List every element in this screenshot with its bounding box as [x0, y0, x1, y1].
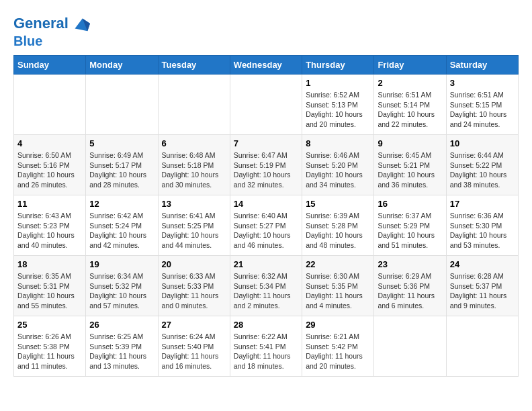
cell-info: Sunrise: 6:47 AM Sunset: 5:19 PM Dayligh…: [234, 150, 298, 190]
header: General Blue: [13, 13, 519, 48]
day-number: 19: [89, 259, 154, 269]
calendar-cell: 20Sunrise: 6:33 AM Sunset: 5:33 PM Dayli…: [158, 256, 230, 316]
calendar-cell: [374, 316, 446, 377]
cell-info: Sunrise: 6:52 AM Sunset: 5:13 PM Dayligh…: [306, 90, 370, 130]
calendar-cell: 19Sunrise: 6:34 AM Sunset: 5:32 PM Dayli…: [86, 256, 158, 316]
calendar-table: SundayMondayTuesdayWednesdayThursdayFrid…: [13, 55, 519, 377]
logo: General Blue: [13, 13, 90, 48]
day-number: 17: [450, 199, 515, 209]
cell-info: Sunrise: 6:48 AM Sunset: 5:18 PM Dayligh…: [162, 150, 226, 190]
day-number: 13: [162, 199, 226, 209]
day-number: 6: [162, 138, 226, 148]
day-header-thursday: Thursday: [302, 56, 374, 75]
day-number: 14: [234, 199, 298, 209]
day-number: 1: [306, 78, 370, 88]
cell-info: Sunrise: 6:40 AM Sunset: 5:27 PM Dayligh…: [234, 211, 298, 250]
calendar-cell: 23Sunrise: 6:29 AM Sunset: 5:36 PM Dayli…: [374, 256, 446, 316]
calendar-cell: [158, 75, 230, 135]
day-number: 12: [89, 199, 154, 209]
day-number: 25: [17, 320, 82, 330]
cell-info: Sunrise: 6:35 AM Sunset: 5:31 PM Dayligh…: [17, 271, 82, 311]
day-header-tuesday: Tuesday: [158, 56, 230, 75]
cell-info: Sunrise: 6:24 AM Sunset: 5:40 PM Dayligh…: [162, 332, 226, 371]
cell-info: Sunrise: 6:42 AM Sunset: 5:24 PM Dayligh…: [89, 211, 154, 250]
calendar-cell: 12Sunrise: 6:42 AM Sunset: 5:24 PM Dayli…: [86, 195, 158, 256]
calendar-cell: 10Sunrise: 6:44 AM Sunset: 5:22 PM Dayli…: [446, 135, 518, 195]
cell-info: Sunrise: 6:46 AM Sunset: 5:20 PM Dayligh…: [306, 150, 370, 190]
calendar-cell: [230, 75, 302, 135]
day-number: 24: [450, 259, 515, 269]
calendar-cell: 18Sunrise: 6:35 AM Sunset: 5:31 PM Dayli…: [14, 256, 86, 316]
calendar-cell: 22Sunrise: 6:30 AM Sunset: 5:35 PM Dayli…: [302, 256, 374, 316]
calendar-cell: 3Sunrise: 6:51 AM Sunset: 5:15 PM Daylig…: [446, 75, 518, 135]
cell-info: Sunrise: 6:39 AM Sunset: 5:28 PM Dayligh…: [306, 211, 370, 250]
day-number: 20: [162, 259, 226, 269]
day-number: 4: [17, 138, 82, 148]
day-number: 3: [450, 78, 515, 88]
calendar-header: SundayMondayTuesdayWednesdayThursdayFrid…: [14, 56, 519, 75]
day-number: 18: [17, 259, 82, 269]
cell-info: Sunrise: 6:34 AM Sunset: 5:32 PM Dayligh…: [89, 271, 154, 311]
day-header-friday: Friday: [374, 56, 446, 75]
day-number: 26: [89, 320, 154, 330]
day-number: 11: [17, 199, 82, 209]
calendar-cell: 14Sunrise: 6:40 AM Sunset: 5:27 PM Dayli…: [230, 195, 302, 256]
day-number: 9: [378, 138, 442, 148]
day-number: 10: [450, 138, 515, 148]
week-row-4: 18Sunrise: 6:35 AM Sunset: 5:31 PM Dayli…: [14, 256, 519, 316]
cell-info: Sunrise: 6:26 AM Sunset: 5:38 PM Dayligh…: [17, 332, 82, 371]
cell-info: Sunrise: 6:44 AM Sunset: 5:22 PM Dayligh…: [450, 150, 515, 190]
cell-info: Sunrise: 6:43 AM Sunset: 5:23 PM Dayligh…: [17, 211, 82, 250]
header-row: SundayMondayTuesdayWednesdayThursdayFrid…: [14, 56, 519, 75]
calendar-cell: 24Sunrise: 6:28 AM Sunset: 5:37 PM Dayli…: [446, 256, 518, 316]
day-number: 15: [306, 199, 370, 209]
calendar-cell: 5Sunrise: 6:49 AM Sunset: 5:17 PM Daylig…: [86, 135, 158, 195]
cell-info: Sunrise: 6:37 AM Sunset: 5:29 PM Dayligh…: [378, 211, 442, 250]
calendar-cell: 11Sunrise: 6:43 AM Sunset: 5:23 PM Dayli…: [14, 195, 86, 256]
day-number: 23: [378, 259, 442, 269]
calendar-cell: 6Sunrise: 6:48 AM Sunset: 5:18 PM Daylig…: [158, 135, 230, 195]
cell-info: Sunrise: 6:22 AM Sunset: 5:41 PM Dayligh…: [234, 332, 298, 371]
day-number: 28: [234, 320, 298, 330]
day-header-sunday: Sunday: [14, 56, 86, 75]
day-number: 8: [306, 138, 370, 148]
cell-info: Sunrise: 6:51 AM Sunset: 5:15 PM Dayligh…: [450, 90, 515, 130]
logo-text: General: [13, 15, 69, 32]
calendar-cell: [86, 75, 158, 135]
calendar-cell: 28Sunrise: 6:22 AM Sunset: 5:41 PM Dayli…: [230, 316, 302, 377]
day-number: 7: [234, 138, 298, 148]
calendar-cell: 7Sunrise: 6:47 AM Sunset: 5:19 PM Daylig…: [230, 135, 302, 195]
calendar-cell: 26Sunrise: 6:25 AM Sunset: 5:39 PM Dayli…: [86, 316, 158, 377]
cell-info: Sunrise: 6:30 AM Sunset: 5:35 PM Dayligh…: [306, 271, 370, 311]
logo-icon: [70, 13, 90, 34]
cell-info: Sunrise: 6:29 AM Sunset: 5:36 PM Dayligh…: [378, 271, 442, 311]
cell-info: Sunrise: 6:28 AM Sunset: 5:37 PM Dayligh…: [450, 271, 515, 311]
week-row-2: 4Sunrise: 6:50 AM Sunset: 5:16 PM Daylig…: [14, 135, 519, 195]
calendar-cell: 8Sunrise: 6:46 AM Sunset: 5:20 PM Daylig…: [302, 135, 374, 195]
calendar-body: 1Sunrise: 6:52 AM Sunset: 5:13 PM Daylig…: [14, 75, 519, 377]
calendar-cell: 15Sunrise: 6:39 AM Sunset: 5:28 PM Dayli…: [302, 195, 374, 256]
calendar-cell: 21Sunrise: 6:32 AM Sunset: 5:34 PM Dayli…: [230, 256, 302, 316]
calendar-cell: [446, 316, 518, 377]
cell-info: Sunrise: 6:41 AM Sunset: 5:25 PM Dayligh…: [162, 211, 226, 250]
logo-text-blue: Blue: [13, 34, 90, 48]
day-header-wednesday: Wednesday: [230, 56, 302, 75]
day-header-monday: Monday: [86, 56, 158, 75]
calendar-cell: 17Sunrise: 6:36 AM Sunset: 5:30 PM Dayli…: [446, 195, 518, 256]
calendar-cell: 13Sunrise: 6:41 AM Sunset: 5:25 PM Dayli…: [158, 195, 230, 256]
calendar-cell: 16Sunrise: 6:37 AM Sunset: 5:29 PM Dayli…: [374, 195, 446, 256]
week-row-1: 1Sunrise: 6:52 AM Sunset: 5:13 PM Daylig…: [14, 75, 519, 135]
day-header-saturday: Saturday: [446, 56, 518, 75]
cell-info: Sunrise: 6:36 AM Sunset: 5:30 PM Dayligh…: [450, 211, 515, 250]
day-number: 27: [162, 320, 226, 330]
cell-info: Sunrise: 6:50 AM Sunset: 5:16 PM Dayligh…: [17, 150, 82, 190]
cell-info: Sunrise: 6:33 AM Sunset: 5:33 PM Dayligh…: [162, 271, 226, 311]
calendar-cell: 4Sunrise: 6:50 AM Sunset: 5:16 PM Daylig…: [14, 135, 86, 195]
calendar-cell: 2Sunrise: 6:51 AM Sunset: 5:14 PM Daylig…: [374, 75, 446, 135]
cell-info: Sunrise: 6:45 AM Sunset: 5:21 PM Dayligh…: [378, 150, 442, 190]
day-number: 16: [378, 199, 442, 209]
day-number: 22: [306, 259, 370, 269]
week-row-3: 11Sunrise: 6:43 AM Sunset: 5:23 PM Dayli…: [14, 195, 519, 256]
day-number: 2: [378, 78, 442, 88]
calendar-cell: 27Sunrise: 6:24 AM Sunset: 5:40 PM Dayli…: [158, 316, 230, 377]
